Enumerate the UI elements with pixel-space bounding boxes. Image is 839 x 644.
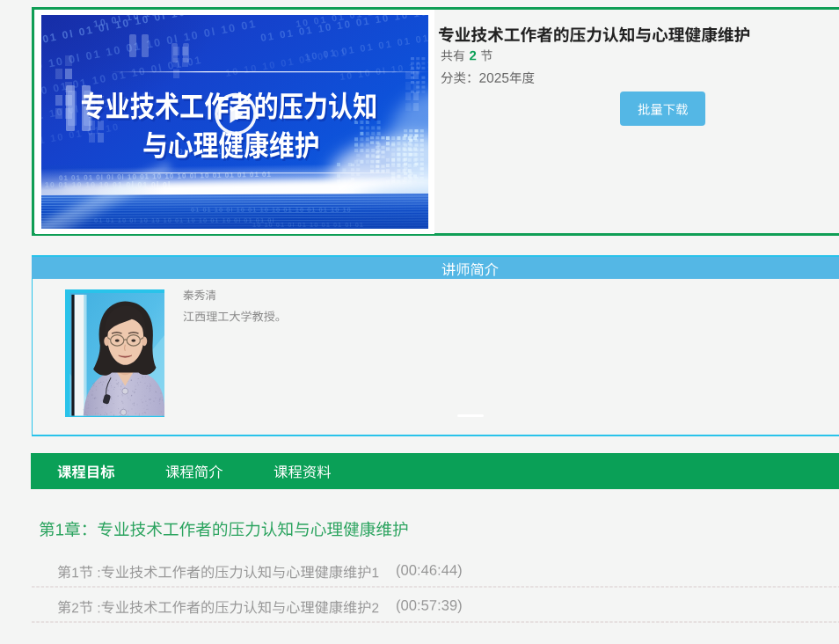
svg-text:01 01 10 0l 10 10 10 01 10 10: 01 01 10 0l 10 10 10 01 10 10 01 10 0l 0… [94, 216, 274, 224]
svg-text:01 01 10 0l 10 01 10 10 01 10: 01 01 10 0l 10 01 10 10 01 10 01 01 10 1… [191, 206, 352, 214]
svg-text:10 10 01 0l 01 10 01 01 0l 01: 10 10 01 0l 01 10 01 01 0l 01 [252, 221, 364, 229]
